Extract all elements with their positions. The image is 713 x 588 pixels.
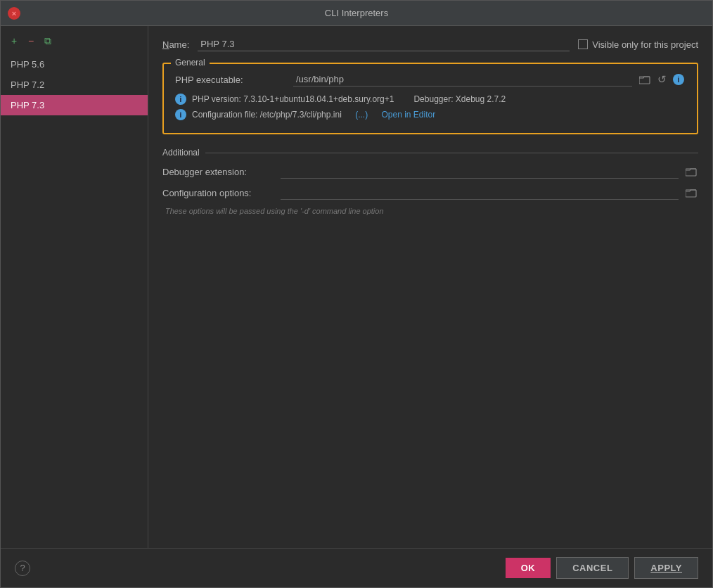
config-file-row: i Configuration file: /etc/php/7.3/cli/p… bbox=[175, 109, 686, 120]
version-info-icon[interactable]: i bbox=[175, 94, 186, 105]
dialog-title: CLI Interpreters bbox=[325, 8, 388, 18]
sidebar-item-php73[interactable]: PHP 7.3 bbox=[1, 95, 148, 115]
additional-section: Additional Debugger extension: bbox=[162, 153, 698, 215]
close-button[interactable]: × bbox=[8, 7, 20, 20]
config-options-label: Configuration options: bbox=[162, 188, 275, 198]
open-in-editor-link[interactable]: Open in Editor bbox=[381, 110, 435, 120]
visible-checkbox[interactable] bbox=[578, 39, 588, 49]
name-label: Name: bbox=[162, 39, 189, 50]
refresh-icon: ↺ bbox=[657, 73, 667, 86]
php-version-text: PHP version: 7.3.10-1+ubuntu18.04.1+deb.… bbox=[192, 94, 394, 104]
debugger-folder-icon bbox=[686, 167, 697, 177]
ok-button[interactable]: OK bbox=[506, 558, 551, 578]
main-content: Name: Visible only for this project Gene… bbox=[148, 26, 712, 548]
config-file-text: Configuration file: /etc/php/7.3/cli/php… bbox=[192, 110, 342, 120]
debugger-ext-row: Debugger extension: bbox=[162, 165, 698, 179]
config-options-browse-button[interactable] bbox=[684, 186, 698, 200]
apply-button[interactable]: APPLY bbox=[634, 557, 698, 579]
general-section-legend: General bbox=[171, 58, 210, 68]
general-section: General PHP executable: ↺ bbox=[162, 63, 698, 134]
help-button[interactable]: ? bbox=[15, 561, 30, 576]
php-executable-icons: ↺ i bbox=[638, 72, 686, 87]
visible-label: Visible only for this project bbox=[592, 39, 698, 50]
debugger-info-text: Debugger: Xdebug 2.7.2 bbox=[413, 94, 506, 104]
debugger-ext-label: Debugger extension: bbox=[162, 167, 275, 177]
sidebar-toolbar: + − ⧉ bbox=[1, 32, 148, 54]
add-interpreter-button[interactable]: + bbox=[8, 34, 20, 47]
dialog-body: + − ⧉ PHP 5.6 PHP 7.2 PHP 7.3 Name: Visi… bbox=[1, 26, 712, 548]
cancel-button[interactable]: CANCEL bbox=[556, 557, 629, 579]
config-options-input[interactable] bbox=[281, 186, 679, 200]
visible-checkbox-area: Visible only for this project bbox=[578, 39, 698, 50]
sidebar: + − ⧉ PHP 5.6 PHP 7.2 PHP 7.3 bbox=[1, 26, 148, 548]
debugger-ext-browse-button[interactable] bbox=[684, 165, 698, 179]
debugger-ext-input[interactable] bbox=[281, 165, 679, 179]
config-info-icon[interactable]: i bbox=[175, 109, 186, 120]
copy-interpreter-button[interactable]: ⧉ bbox=[41, 34, 54, 47]
name-input[interactable] bbox=[198, 37, 570, 51]
browse-folder-button[interactable] bbox=[638, 72, 652, 87]
config-options-row: Configuration options: bbox=[162, 186, 698, 200]
php-version-row: i PHP version: 7.3.10-1+ubuntu18.04.1+de… bbox=[175, 94, 686, 105]
cli-interpreters-dialog: × CLI Interpreters + − ⧉ PHP 5.6 PHP 7.2… bbox=[0, 0, 713, 588]
sidebar-item-php72[interactable]: PHP 7.2 bbox=[1, 75, 148, 95]
remove-interpreter-button[interactable]: − bbox=[25, 34, 37, 47]
additional-section-legend: Additional bbox=[162, 148, 205, 158]
config-hint-text: These options will be passed using the '… bbox=[165, 207, 698, 215]
folder-icon bbox=[639, 75, 650, 84]
config-expand-link[interactable]: (...) bbox=[355, 110, 368, 120]
php-executable-input[interactable] bbox=[293, 72, 632, 87]
refresh-button[interactable]: ↺ bbox=[655, 72, 669, 87]
dialog-footer: ? OK CANCEL APPLY bbox=[1, 548, 712, 587]
config-options-folder-icon bbox=[686, 188, 697, 198]
info-circle-icon: i bbox=[673, 74, 684, 85]
additional-section-inner: Additional Debugger extension: bbox=[162, 153, 698, 215]
php-info-button[interactable]: i bbox=[672, 72, 686, 87]
php-executable-row: PHP executable: ↺ i bbox=[175, 72, 686, 87]
title-bar: × CLI Interpreters bbox=[1, 1, 712, 26]
sidebar-item-php56[interactable]: PHP 5.6 bbox=[1, 54, 148, 75]
php-executable-label: PHP executable: bbox=[175, 75, 288, 85]
name-row: Name: Visible only for this project bbox=[162, 37, 698, 51]
